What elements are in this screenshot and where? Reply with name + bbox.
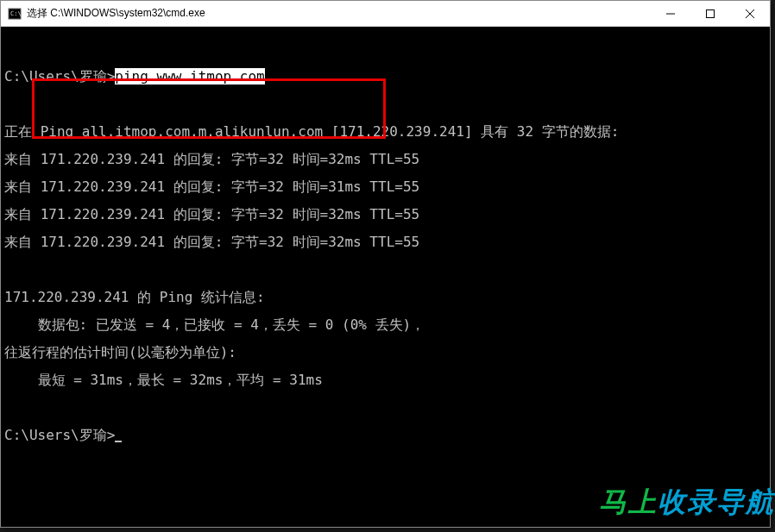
blank-line [4, 42, 766, 56]
close-button[interactable] [730, 1, 770, 26]
terminal-area[interactable]: C:\Users\罗瑜>ping www.itmop.com 正在 Ping a… [1, 27, 770, 527]
cmd-icon: C:\ [8, 7, 22, 21]
stats-packets: 数据包: 已发送 = 4，已接收 = 4，丢失 = 0 (0% 丢失)， [4, 318, 766, 332]
svg-rect-3 [707, 9, 715, 17]
prompt-prefix: C:\Users\罗瑜> [4, 427, 115, 443]
stats-header: 171.220.239.241 的 Ping 统计信息: [4, 291, 766, 304]
titlebar[interactable]: C:\ 选择 C:\WINDOWS\system32\cmd.exe [1, 1, 770, 27]
cursor [115, 430, 122, 442]
cmd-window: C:\ 选择 C:\WINDOWS\system32\cmd.exe C:\Us… [0, 0, 771, 528]
prompt-line-1: C:\Users\罗瑜>ping www.itmop.com [4, 70, 766, 84]
prompt-line-2: C:\Users\罗瑜> [4, 429, 766, 442]
blank-line [4, 97, 766, 111]
ping-header: 正在 Ping all.itmop.com.m.alikunlun.com [1… [4, 125, 766, 139]
reply-line: 来自 171.220.239.241 的回复: 字节=32 时间=32ms TT… [4, 153, 766, 166]
stats-rtt-values: 最短 = 31ms，最长 = 32ms，平均 = 31ms [4, 373, 766, 387]
window-title: 选择 C:\WINDOWS\system32\cmd.exe [27, 6, 651, 21]
stats-rtt-header: 往返行程的估计时间(以毫秒为单位): [4, 346, 766, 360]
prompt-prefix: C:\Users\罗瑜> [4, 68, 115, 84]
window-controls [651, 1, 770, 26]
selected-command: ping www.itmop.com [115, 68, 264, 84]
blank-line [4, 401, 766, 415]
svg-text:C:\: C:\ [10, 10, 22, 17]
reply-line: 来自 171.220.239.241 的回复: 字节=32 时间=31ms TT… [4, 180, 766, 194]
reply-line: 来自 171.220.239.241 的回复: 字节=32 时间=32ms TT… [4, 235, 766, 249]
maximize-button[interactable] [690, 1, 730, 26]
reply-line: 来自 171.220.239.241 的回复: 字节=32 时间=32ms TT… [4, 208, 766, 222]
minimize-button[interactable] [651, 1, 690, 26]
blank-line [4, 263, 766, 277]
